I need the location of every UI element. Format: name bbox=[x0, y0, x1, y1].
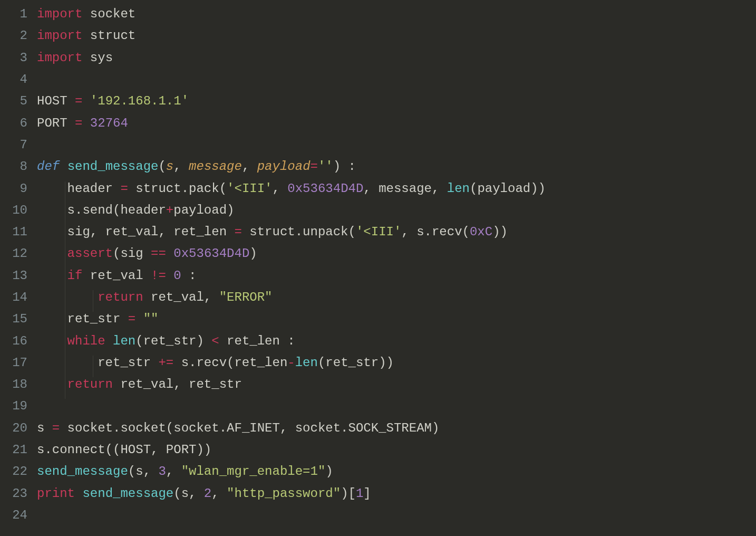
token-punct: ) bbox=[325, 464, 333, 478]
token-str: '' bbox=[318, 159, 333, 174]
code-line[interactable]: 11 sig, ret_val, ret_len = struct.unpack… bbox=[0, 221, 756, 243]
indent-guide bbox=[65, 225, 65, 246]
code-content[interactable]: s.connect((HOST, PORT)) bbox=[37, 443, 211, 457]
token-punct: ( bbox=[158, 159, 166, 174]
code-content[interactable]: import struct bbox=[37, 28, 135, 43]
code-line[interactable]: 16 while len(ret_str) < ret_len : bbox=[0, 330, 756, 351]
code-content[interactable]: import sys bbox=[37, 51, 113, 65]
code-content[interactable]: return ret_val, "ERROR" bbox=[37, 290, 273, 304]
token-var: ret_len : bbox=[219, 334, 295, 348]
code-line[interactable]: 7 bbox=[0, 134, 756, 156]
code-content[interactable]: def send_message(s, message, payload='')… bbox=[37, 159, 356, 174]
token-num: 0xC bbox=[470, 225, 492, 239]
token-var: s.recv(ret_len bbox=[173, 356, 287, 370]
code-line[interactable]: 22send_message(s, 3, "wlan_mgr_enable=1"… bbox=[0, 461, 756, 482]
indent-guide bbox=[65, 334, 65, 356]
token-var bbox=[166, 269, 173, 283]
token-num: 3 bbox=[158, 464, 166, 478]
code-line[interactable]: 10 s.send(header+payload) bbox=[0, 199, 756, 221]
token-var: ret_str bbox=[37, 312, 128, 326]
token-var: socket bbox=[82, 7, 135, 21]
token-op: = bbox=[75, 94, 82, 108]
indent-guide bbox=[65, 356, 65, 377]
token-var bbox=[82, 94, 90, 108]
token-num: 0x53634D4D bbox=[173, 246, 249, 261]
line-number: 7 bbox=[0, 138, 37, 152]
token-op: = bbox=[128, 312, 135, 326]
code-content[interactable]: header = struct.pack('<III', 0x53634D4D,… bbox=[37, 181, 546, 196]
line-number: 17 bbox=[0, 356, 37, 370]
code-editor[interactable]: 1import socket2import struct3import sys4… bbox=[0, 3, 756, 526]
code-line[interactable]: 20s = socket.socket(socket.AF_INET, sock… bbox=[0, 417, 756, 439]
code-line[interactable]: 13 if ret_val != 0 : bbox=[0, 265, 756, 286]
code-line[interactable]: 19 bbox=[0, 395, 756, 417]
token-punct: (s, bbox=[128, 464, 159, 478]
indent-guide bbox=[93, 356, 93, 377]
code-line[interactable]: 17 ret_str += s.recv(ret_len-len(ret_str… bbox=[0, 352, 756, 374]
token-punct: (sig bbox=[113, 246, 151, 261]
code-line[interactable]: 14 return ret_val, "ERROR" bbox=[0, 286, 756, 308]
line-number: 24 bbox=[0, 508, 37, 522]
token-num: 1 bbox=[356, 486, 363, 501]
code-line[interactable]: 5HOST = '192.168.1.1' bbox=[0, 90, 756, 112]
code-line[interactable]: 23print send_message(s, 2, "http_passwor… bbox=[0, 483, 756, 504]
line-number: 6 bbox=[0, 116, 37, 130]
token-op: != bbox=[151, 269, 166, 283]
code-line[interactable]: 2import struct bbox=[0, 25, 756, 46]
code-line[interactable]: 21s.connect((HOST, PORT)) bbox=[0, 439, 756, 461]
code-line[interactable]: 3import sys bbox=[0, 47, 756, 69]
token-num: 2 bbox=[204, 486, 211, 501]
token-param: payload bbox=[257, 159, 311, 174]
code-content[interactable]: sig, ret_val, ret_len = struct.unpack('<… bbox=[37, 225, 508, 239]
token-var: ret_val bbox=[82, 269, 151, 283]
code-content[interactable]: assert(sig == 0x53634D4D) bbox=[37, 246, 257, 261]
code-content[interactable]: PORT = 32764 bbox=[37, 116, 128, 130]
code-content[interactable]: return ret_val, ret_str bbox=[37, 377, 242, 391]
code-line[interactable]: 8def send_message(s, message, payload=''… bbox=[0, 156, 756, 177]
token-str: "ERROR" bbox=[219, 290, 273, 304]
token-var: s bbox=[37, 421, 52, 435]
code-content[interactable]: ret_str = "" bbox=[37, 312, 158, 326]
code-line[interactable]: 15 ret_str = "" bbox=[0, 308, 756, 330]
indent-guide bbox=[65, 377, 65, 399]
code-content[interactable]: s = socket.socket(socket.AF_INET, socket… bbox=[37, 421, 439, 435]
code-line[interactable]: 1import socket bbox=[0, 3, 756, 25]
token-var bbox=[135, 312, 143, 326]
token-kw-ctrl: if bbox=[67, 269, 83, 283]
token-fn: send_message bbox=[37, 464, 128, 478]
code-content[interactable]: s.send(header+payload) bbox=[37, 203, 234, 217]
token-punct: (ret_str) bbox=[135, 334, 211, 348]
token-fn: len bbox=[447, 181, 470, 196]
token-var: HOST bbox=[37, 94, 75, 108]
token-fn: send_message bbox=[82, 486, 173, 501]
code-line[interactable]: 18 return ret_val, ret_str bbox=[0, 374, 756, 395]
token-var: sig, ret_val, ret_len bbox=[37, 225, 234, 239]
token-var: ret_val, bbox=[143, 290, 219, 304]
code-content[interactable]: while len(ret_str) < ret_len : bbox=[37, 334, 295, 348]
token-op: = bbox=[75, 116, 82, 130]
token-op: = bbox=[234, 225, 241, 239]
token-punct: (s, bbox=[173, 486, 204, 501]
code-line[interactable]: 24 bbox=[0, 504, 756, 526]
token-punct bbox=[166, 246, 173, 261]
token-punct: (ret_str)) bbox=[318, 356, 394, 370]
code-content[interactable]: send_message(s, 3, "wlan_mgr_enable=1") bbox=[37, 464, 333, 478]
code-content[interactable]: if ret_val != 0 : bbox=[37, 269, 196, 283]
indent-guide bbox=[65, 203, 65, 225]
code-line[interactable]: 9 header = struct.pack('<III', 0x53634D4… bbox=[0, 177, 756, 199]
code-content[interactable]: import socket bbox=[37, 7, 135, 21]
code-line[interactable]: 12 assert(sig == 0x53634D4D) bbox=[0, 243, 756, 264]
token-kw-assert: assert bbox=[67, 246, 113, 261]
code-line[interactable]: 6PORT = 32764 bbox=[0, 112, 756, 133]
line-number: 20 bbox=[0, 421, 37, 435]
token-num: 0 bbox=[173, 269, 181, 283]
token-var: struct.unpack( bbox=[242, 225, 356, 239]
line-number: 15 bbox=[0, 312, 37, 326]
line-number: 12 bbox=[0, 246, 37, 261]
code-content[interactable]: HOST = '192.168.1.1' bbox=[37, 94, 189, 108]
code-content[interactable]: ret_str += s.recv(ret_len-len(ret_str)) bbox=[37, 356, 394, 370]
code-line[interactable]: 4 bbox=[0, 69, 756, 90]
code-content[interactable]: print send_message(s, 2, "http_password"… bbox=[37, 486, 371, 501]
token-punct: )[ bbox=[341, 486, 356, 501]
token-num: 0x53634D4D bbox=[287, 181, 363, 196]
